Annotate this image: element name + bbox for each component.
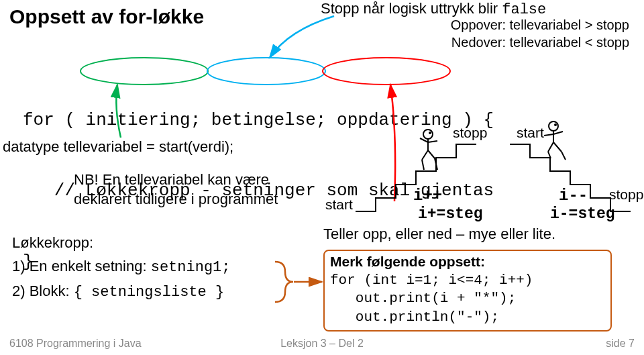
nb-prefix: NB! (74, 171, 99, 188)
footer-right: side 7 (606, 338, 635, 350)
loop-body-section: Løkkekropp: 1) En enkelt setning: setnin… (12, 231, 231, 305)
example-box: Merk følgende oppsett: for (int i=1; i<=… (323, 250, 612, 332)
stop-note-code: false (502, 1, 546, 18)
loop-body-1-text: 1) En enkelt setning: (12, 258, 151, 274)
svg-line-18 (548, 142, 553, 152)
loop-body-item-1: 1) En enkelt setning: setning1; (12, 254, 231, 279)
loop-body-2-code: { setningsliste } (74, 284, 224, 301)
svg-line-19 (548, 152, 551, 158)
footer-center: Leksjon 3 – Del 2 (0, 338, 644, 350)
loop-body-1-code: setning1; (151, 259, 231, 276)
svg-line-20 (553, 142, 561, 152)
count-up-down-note: Teller opp, eller ned – mye eller lite. (323, 225, 555, 243)
stop-condition-note: Stopp når logisk uttrykk blir false (321, 0, 546, 18)
stop-note-text: Stopp når logisk uttrykk blir (321, 0, 502, 17)
datatype-line: datatype tellevariabel = start(verdi); (3, 138, 233, 156)
increment-op: i++ (413, 187, 442, 205)
start-label-down: start (517, 125, 544, 141)
upward-rule: Oppover: tellevariabel > stopp (451, 17, 629, 33)
decrement-op: i-- (559, 187, 588, 205)
example-code: for (int i=1; i<=4; i++) out.print(i + "… (330, 271, 605, 326)
nb-note: NB! En tellevariabel kan være deklarert … (74, 170, 302, 209)
downward-rule: Nedover: tellevariabel < stopp (451, 35, 629, 50)
loop-body-title: Løkkekropp: (12, 231, 231, 254)
svg-line-16 (544, 134, 553, 136)
stopp-label-down: stopp (609, 187, 643, 203)
svg-point-13 (549, 121, 558, 131)
page-title: Oppsett av for-løkke (9, 5, 204, 28)
svg-point-14 (555, 124, 556, 125)
svg-line-17 (553, 132, 563, 134)
loop-body-item-2: 2) Blokk: { setningsliste } (12, 279, 231, 304)
stopp-label-up: stopp (453, 125, 487, 141)
svg-line-21 (561, 152, 566, 160)
start-label-up: start (325, 197, 353, 213)
decrement-step-op: i-=steg (550, 205, 615, 223)
code-line-1: for ( initiering; betingelse; oppdaterin… (23, 109, 494, 132)
increment-step-op: i+=steg (418, 205, 483, 223)
loop-body-2-text: 2) Blokk: (12, 283, 74, 299)
nb-text: En tellevariabel kan være deklarert tidl… (74, 171, 278, 207)
example-title: Merk følgende oppsett: (330, 254, 605, 270)
